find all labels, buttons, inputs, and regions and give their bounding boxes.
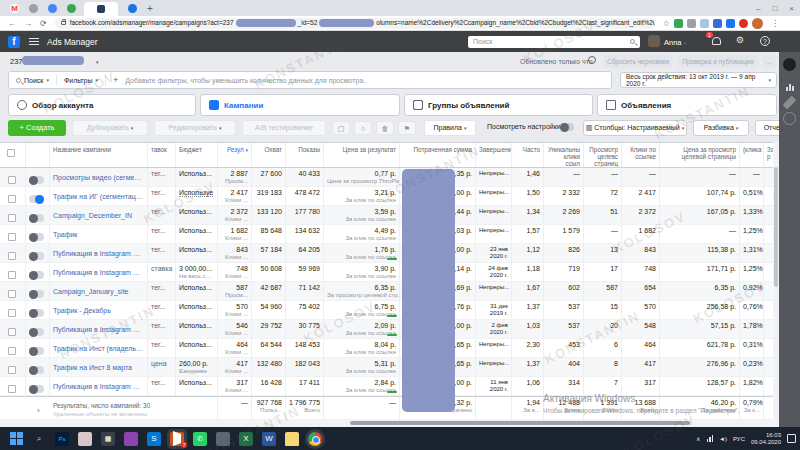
window-maximize-button[interactable]: □ xyxy=(772,4,777,13)
notices-icon[interactable] xyxy=(783,58,796,71)
campaign-name-link[interactable]: Трафик на Инст (владельцы IP...★ xyxy=(53,341,144,356)
table-row[interactable]: Campaign_December_IN★ тег... Использ... … xyxy=(0,206,773,225)
browser-tab-favicon[interactable] xyxy=(128,4,137,13)
campaign-active-toggle[interactable] xyxy=(29,309,44,317)
filter-placeholder-text[interactable]: Добавьте фильтры, чтобы уменьшить количе… xyxy=(125,77,365,84)
row-checkbox[interactable] xyxy=(8,252,16,260)
gmail-tab-favicon[interactable]: M xyxy=(10,4,19,13)
start-button[interactable] xyxy=(10,432,23,445)
ab-test-button[interactable]: А/В тестирование xyxy=(242,120,326,136)
campaign-name-link[interactable]: Публикация в Instagram ★ Я... xyxy=(53,322,144,337)
horizontal-scrollbar-thumb[interactable] xyxy=(350,421,690,425)
tab-ads[interactable]: Объявления xyxy=(597,94,777,116)
tab-campaigns[interactable]: Кампании xyxy=(200,94,400,116)
table-row[interactable]: Просмотры видео (сегментаци...★ тег... И… xyxy=(0,168,773,187)
taskbar-file-explorer-icon[interactable] xyxy=(285,432,299,446)
user-avatar[interactable] xyxy=(648,35,660,47)
campaign-name-link[interactable]: Публикация в Instagram ★ -... xyxy=(53,246,144,261)
facebook-extension-icon[interactable] xyxy=(726,19,735,28)
taskbar-brain-app-icon[interactable] xyxy=(78,432,92,446)
campaign-active-toggle[interactable] xyxy=(29,347,44,355)
refresh-icon[interactable] xyxy=(588,56,596,64)
view-settings-toggle[interactable] xyxy=(560,123,574,131)
forward-icon[interactable]: → xyxy=(24,19,32,28)
table-row[interactable]: Публикация в Instagram ★ Я... тег... Исп… xyxy=(0,320,773,339)
campaign-active-toggle[interactable] xyxy=(29,176,44,184)
charts-icon[interactable] xyxy=(783,78,796,91)
review-publish-button[interactable]: Проверка и публикация xyxy=(678,55,758,68)
campaign-name-link[interactable]: Трафик - Декабрь★ xyxy=(53,303,144,318)
campaign-active-toggle[interactable] xyxy=(29,366,44,374)
campaign-name-link[interactable]: Трафик на ИГ (сегментация по...★ xyxy=(53,189,144,204)
campaign-active-toggle[interactable] xyxy=(29,328,44,336)
row-checkbox[interactable] xyxy=(8,233,16,241)
global-search-input[interactable]: Поиск xyxy=(468,36,640,48)
rules-button[interactable]: Правила ▾ xyxy=(424,120,476,136)
extension-icon[interactable] xyxy=(713,19,722,28)
browser-tab-favicon[interactable] xyxy=(48,4,57,13)
browser-tab-favicon[interactable] xyxy=(67,4,76,13)
delete-trash-icon-button[interactable]: 🗑 xyxy=(376,121,394,135)
row-checkbox[interactable] xyxy=(8,176,16,184)
volume-icon[interactable]: ◄) xyxy=(719,436,727,442)
table-row[interactable]: Трафик на Инст 8 марта★ цена 260,00 р.Еж… xyxy=(0,358,773,377)
col-header-budget[interactable]: Бюджет xyxy=(176,143,218,167)
row-checkbox[interactable] xyxy=(8,328,16,336)
create-button[interactable]: + Создать xyxy=(8,120,66,136)
back-icon[interactable]: ← xyxy=(8,19,16,28)
filters-chip[interactable]: Фильтры▾ xyxy=(57,74,106,86)
col-header-cost-per-landing-page-view[interactable]: Цена за просмотр целевой страницы xyxy=(660,143,740,167)
history-clock-icon[interactable] xyxy=(783,112,796,125)
row-checkbox[interactable] xyxy=(8,309,16,317)
taskbar-chrome-icon[interactable] xyxy=(308,432,322,446)
campaign-active-toggle[interactable] xyxy=(29,252,44,260)
campaign-name-link[interactable]: Трафик на Инст 8 марта★ xyxy=(53,360,144,375)
vertical-scrollbar-thumb[interactable] xyxy=(774,167,778,287)
col-header-impressions[interactable]: Показы xyxy=(286,143,324,167)
extension-icon[interactable] xyxy=(674,19,683,28)
language-indicator[interactable]: РУС xyxy=(733,436,745,442)
taskbar-excel-icon[interactable]: X xyxy=(239,432,253,446)
reload-icon[interactable]: ⟳ xyxy=(40,19,47,28)
campaign-name-link[interactable]: Публикация в Instagram ★ О... xyxy=(53,265,144,280)
url-field[interactable]: facebook.com/adsmanager/manage/campaigns… xyxy=(55,18,655,29)
pin-icon-button[interactable]: ▢ xyxy=(332,121,350,135)
help-icon[interactable]: ? xyxy=(760,36,770,46)
facebook-logo[interactable]: f xyxy=(8,36,20,48)
more-options-button[interactable]: ... xyxy=(762,55,776,68)
col-header-unique-link-clicks[interactable]: Уникальны клики ссыл xyxy=(544,143,584,167)
extension-icon[interactable] xyxy=(700,19,709,28)
taskbar-clock[interactable]: 16:0309.04.2020 xyxy=(751,432,781,446)
account-dropdown-caret[interactable]: ▾ xyxy=(96,59,99,65)
extension-icon[interactable] xyxy=(739,19,748,28)
refresh-icon-button[interactable]: ○ xyxy=(354,121,372,135)
row-checkbox[interactable] xyxy=(8,347,16,355)
menu-hamburger-icon[interactable] xyxy=(29,36,39,47)
row-checkbox[interactable] xyxy=(8,290,16,298)
campaign-active-toggle[interactable] xyxy=(29,385,44,393)
browser-tab-favicon[interactable] xyxy=(29,4,38,13)
date-range-selector[interactable]: Весь срок действия: 13 окт 2019 г. — 9 а… xyxy=(620,72,777,88)
table-row[interactable]: Трафик - Декабрь★ тег... Использ... 570К… xyxy=(0,301,773,320)
taskbar-map-pin-icon[interactable] xyxy=(124,432,138,446)
extension-icon[interactable] xyxy=(687,19,696,28)
taskbar-calculator-icon[interactable]: ▦ xyxy=(101,432,115,446)
campaign-name-link[interactable]: Campaign_January_site★ xyxy=(53,284,144,299)
breakdown-button[interactable]: Разбивка ▾ xyxy=(693,120,749,136)
col-header-amount-spent[interactable]: Потраченная сумма xyxy=(400,143,476,167)
table-row[interactable]: Публикация в Instagram ★ О... ставка 3 0… xyxy=(0,263,773,282)
table-row[interactable]: Трафик на ИГ (сегментация по...★ тег... … xyxy=(0,187,773,206)
table-row[interactable]: Трафик★ тег... Использ... 1 682Клики ...… xyxy=(0,225,773,244)
campaign-active-toggle[interactable] xyxy=(29,195,44,203)
tab-account-overview[interactable]: Обзор аккаунта xyxy=(8,94,196,116)
network-icon[interactable] xyxy=(707,435,714,442)
campaign-active-toggle[interactable] xyxy=(29,271,44,279)
row-checkbox[interactable] xyxy=(8,366,16,374)
taskbar-app-icon[interactable] xyxy=(216,432,230,446)
col-header-name[interactable]: Название кампании xyxy=(50,143,148,167)
col-header-ends[interactable]: Завершени xyxy=(476,143,512,167)
col-header-frequency[interactable]: Часто xyxy=(512,143,544,167)
taskbar-photoshop-icon[interactable]: Ps xyxy=(55,432,69,446)
select-all-checkbox[interactable] xyxy=(7,149,15,157)
browser-profile-avatar[interactable] xyxy=(752,18,763,29)
